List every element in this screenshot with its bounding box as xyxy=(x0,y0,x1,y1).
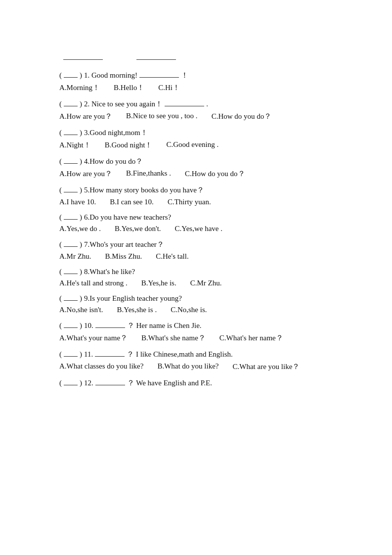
after-mark: ！ xyxy=(181,71,188,80)
question-block: () 5.How many story books do you have？A.… xyxy=(59,185,333,206)
question-block: () 1. Good morning! ！A.Morning！B.Hello！C… xyxy=(59,71,333,92)
options-line: A.Night！B.Good night！C.Good evening . xyxy=(59,140,333,150)
options-line: A.Morning！B.Hello！C.Hi！ xyxy=(59,83,333,92)
paren-open: ( xyxy=(59,213,62,222)
stem-text: 5.How many story books do you have？ xyxy=(84,185,204,195)
header-line xyxy=(59,59,333,60)
option-C: C.How do you do？ xyxy=(212,112,272,121)
question-stem: () 8.What's he like? xyxy=(59,268,333,276)
paren-open: ( xyxy=(59,240,62,249)
option-B: B.Hello！ xyxy=(114,83,144,92)
option-A: A.How are you？ xyxy=(59,112,112,121)
question-block: () 4.How do you do？A.How are you？B.Fine,… xyxy=(59,157,333,179)
question-block: () 11.？ I like Chinese,math and English.… xyxy=(59,350,333,371)
stem-text: 4.How do you do？ xyxy=(84,157,143,166)
stem-text: 7.Who's your art teacher？ xyxy=(84,240,164,249)
paren-close: ) xyxy=(80,157,82,166)
options-line: A.Yes,we do .B.Yes,we don't.C.Yes,we hav… xyxy=(59,225,333,233)
question-block: () 2. Nice to see you again！ .A.How are … xyxy=(59,99,333,121)
question-blank xyxy=(95,385,125,385)
question-stem: () 7.Who's your art teacher？ xyxy=(59,240,333,249)
options-line: A.He's tall and strong .B.Yes,he is.C.Mr… xyxy=(59,279,333,287)
options-line: A.How are you？B.Fine,thanks .C.How do yo… xyxy=(59,169,333,179)
stem-text: 2. Nice to see you again！ xyxy=(84,99,163,109)
option-C: C.Yes,we have . xyxy=(175,225,222,233)
answer-blank xyxy=(64,356,78,357)
paren-open: ( xyxy=(59,350,62,359)
paren-close: ) xyxy=(80,268,82,276)
option-A: A.What's your name？ xyxy=(59,333,128,343)
answer-blank xyxy=(64,106,78,106)
option-A: A.No,she isn't. xyxy=(59,306,103,314)
paren-close: ) xyxy=(80,240,82,249)
stem-text: 10. xyxy=(84,322,93,330)
option-B: B.What do you like? xyxy=(157,362,218,371)
answer-blank xyxy=(64,327,78,328)
stem-text: 1. Good morning! xyxy=(84,71,137,80)
paren-open: ( xyxy=(59,268,62,276)
paren-close: ) xyxy=(80,379,82,387)
stem-text: 12. xyxy=(84,379,93,387)
options-line: A.I have 10.B.I can see 10.C.Thirty yuan… xyxy=(59,198,333,206)
question-block: () 3.Good night,mom！A.Night！B.Good night… xyxy=(59,128,333,150)
question-stem: () 2. Nice to see you again！ . xyxy=(59,99,333,109)
question-block: () 7.Who's your art teacher？A.Mr Zhu.B.M… xyxy=(59,240,333,261)
option-C: C.What are you like？ xyxy=(233,362,300,371)
question-stem: () 5.How many story books do you have？ xyxy=(59,185,333,195)
options-line: A.How are you？B.Nice to see you , too .C… xyxy=(59,112,333,121)
question-stem: () 6.Do you have new teachers? xyxy=(59,213,333,222)
paren-close: ) xyxy=(80,71,82,80)
option-B: B.Good night！ xyxy=(105,140,153,150)
option-C: C.No,she is. xyxy=(171,306,207,314)
option-B: B.Yes,we don't. xyxy=(115,225,161,233)
answer-blank xyxy=(64,77,78,78)
blank-after xyxy=(165,106,204,106)
option-A: A.What classes do you like? xyxy=(59,362,143,371)
blank-after xyxy=(139,77,179,78)
paren-open: ( xyxy=(59,100,62,108)
paren-open: ( xyxy=(59,71,62,80)
option-A: A.I have 10. xyxy=(59,198,96,206)
answer-blank xyxy=(64,274,78,274)
option-B: B.Nice to see you , too . xyxy=(126,112,198,121)
paren-open: ( xyxy=(59,322,62,330)
class-blank xyxy=(63,59,103,60)
paren-open: ( xyxy=(59,294,62,303)
paren-close: ) xyxy=(80,129,82,137)
option-C: C.Hi！ xyxy=(158,83,180,92)
question-block: () 8.What's he like?A.He's tall and stro… xyxy=(59,268,333,287)
question-block: () 9.Is your English teacher young?A.No,… xyxy=(59,294,333,314)
question-blank xyxy=(95,356,125,357)
question-mark: ？ Her name is Chen Jie. xyxy=(127,321,202,330)
option-A: A.Yes,we do . xyxy=(59,225,101,233)
question-stem: () 9.Is your English teacher young? xyxy=(59,294,333,303)
option-A: A.He's tall and strong . xyxy=(59,279,128,287)
question-block: () 6.Do you have new teachers?A.Yes,we d… xyxy=(59,213,333,233)
question-block: () 12.？ We have English and P.E. xyxy=(59,378,333,388)
option-A: A.Mr Zhu. xyxy=(59,252,91,261)
option-B: B.Yes,he is. xyxy=(141,279,176,287)
stem-text: 8.What's he like? xyxy=(84,268,135,276)
name-blank xyxy=(136,59,176,60)
question-stem: () 11.？ I like Chinese,math and English. xyxy=(59,350,333,359)
answer-blank xyxy=(64,163,78,164)
paren-open: ( xyxy=(59,157,62,166)
paren-open: ( xyxy=(59,129,62,137)
paren-close: ) xyxy=(80,186,82,194)
after-mark: . xyxy=(206,100,208,108)
question-stem: () 3.Good night,mom！ xyxy=(59,128,333,138)
paren-close: ) xyxy=(80,322,82,330)
question-block: () 10.？ Her name is Chen Jie.A.What's yo… xyxy=(59,321,333,343)
answer-blank xyxy=(64,135,78,135)
option-C: C.What's her name？ xyxy=(219,333,283,343)
paren-open: ( xyxy=(59,186,62,194)
options-line: A.What's your name？B.What's she name？C.W… xyxy=(59,333,333,343)
option-B: B.Fine,thanks . xyxy=(126,169,171,179)
option-A: A.Night！ xyxy=(59,140,91,150)
stem-text: 3.Good night,mom！ xyxy=(84,128,148,138)
stem-text: 11. xyxy=(84,350,93,359)
option-B: B.Yes,she is . xyxy=(117,306,157,314)
option-A: A.How are you？ xyxy=(59,169,112,179)
options-line: A.What classes do you like?B.What do you… xyxy=(59,362,333,371)
answer-blank xyxy=(64,300,78,301)
